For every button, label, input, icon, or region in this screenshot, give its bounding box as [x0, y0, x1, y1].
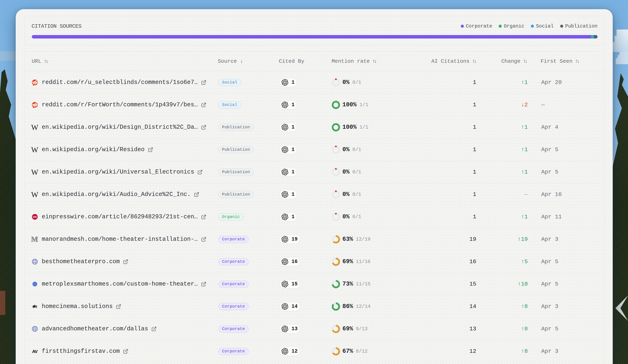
- svg-text:EIN: EIN: [33, 216, 36, 218]
